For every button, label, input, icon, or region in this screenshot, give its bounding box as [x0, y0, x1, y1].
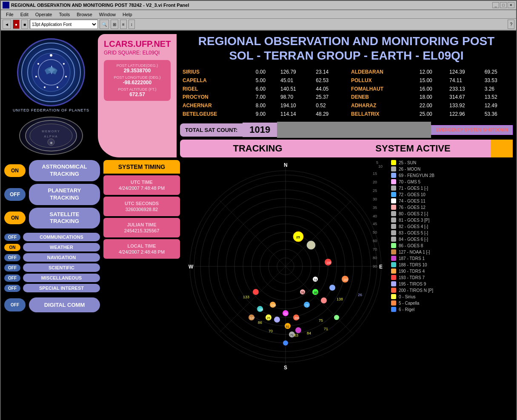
svg-text:83: 83 [294, 333, 298, 337]
svg-text:72: 72 [305, 304, 308, 307]
digital-comm-status-button[interactable]: OFF [4, 298, 26, 311]
svg-text:26: 26 [358, 293, 362, 297]
emergency-shutdown-button[interactable]: EMERGENCY SYSTEM SHUTDOWN [431, 125, 513, 135]
legend-color-81 [391, 217, 396, 223]
astronomical-tracking-row: ON ASTRONOMICALTRACKING [4, 160, 100, 181]
astronomical-status-button[interactable]: ON [4, 164, 26, 177]
julian-time-label: JULIAN TIME [108, 222, 176, 227]
toolbar-align-btn[interactable]: ≡ [120, 20, 127, 29]
planetary-tracking-button[interactable]: PLANETARYTRACKING [29, 184, 100, 205]
legend-color-0 [391, 294, 396, 299]
comm-status-2[interactable]: OFF [4, 254, 20, 261]
comm-label-5[interactable]: SPECIAL INTEREST [23, 284, 100, 292]
svg-text:200: 200 [294, 317, 300, 320]
ufp-logo: ✦ [17, 38, 85, 106]
comm-status-0[interactable]: OFF [4, 234, 20, 241]
window-title: REGIONAL OBSERVATION AND MONITORING POST… [11, 3, 492, 8]
comm-label-0[interactable]: COMMUNICATIONS [23, 233, 100, 241]
utc-seconds-label: UTC SECONDS [108, 201, 176, 206]
comm-status-5[interactable]: OFF [4, 285, 20, 292]
lat-label: POST LATITUDE(DEG.) [107, 63, 167, 68]
legend-panel: 25 - SUN 26 - MOON 69 - FENGYUN 2B 70 - … [391, 160, 513, 373]
comm-status-3[interactable]: OFF [4, 264, 20, 271]
comm-row-2: OFF NAVIGATION [4, 253, 100, 262]
legend-text-69: 69 - FENGYUN 2B [399, 173, 434, 178]
lon-value: -98.6222000 [107, 80, 167, 86]
toolbar-grid-btn[interactable]: ⊞ [111, 20, 118, 29]
maximize-button[interactable]: □ [500, 2, 507, 8]
legend-color-25 [391, 160, 396, 165]
legend-color-127 [391, 249, 396, 254]
menu-operate[interactable]: Operate [32, 12, 56, 17]
comm-label-1[interactable]: WEATHER [23, 243, 100, 251]
legend-color-86 [391, 243, 396, 248]
main-title: REGIONAL OBSERVATION AND MONITORING POST… [180, 34, 513, 63]
menu-help[interactable]: Help [119, 12, 136, 17]
legend-text-195: 195 - TIROS 9 [399, 282, 426, 286]
legend-item-76: 76 - GOES 12 [391, 205, 513, 210]
svg-text:10: 10 [378, 164, 383, 169]
svg-text:30: 30 [373, 197, 377, 201]
ufp-text: UNITED FEDERATION OF PLANETS [13, 108, 89, 112]
radar-svg: 90 80 70 60 50 45 40 35 30 25 20 [183, 160, 388, 373]
legend-text-86: 86 - GOES 8 [399, 243, 423, 248]
toolbar: ◄ ● ■ 13pt Application Font 🔍 ⊞ ≡ ↕ ? [1, 19, 516, 31]
svg-point-5 [57, 86, 58, 88]
toolbar-stop-btn[interactable]: ■ [21, 20, 28, 29]
svg-point-54 [307, 241, 315, 249]
astronomical-tracking-button[interactable]: ASTRONOMICALTRACKING [29, 160, 100, 181]
font-select[interactable]: 13pt Application Font [30, 20, 98, 29]
system-active-bar: TRACKING SYSTEM ACTIVE [180, 140, 513, 157]
toolbar-run-btn[interactable]: ● [13, 20, 20, 29]
comm-row-5: OFF SPECIAL INTEREST [4, 284, 100, 292]
toolbar-help-btn[interactable]: ? [508, 20, 514, 29]
legend-text-76: 76 - GOES 12 [399, 205, 426, 210]
star-row-right: BELLATRIX 25.00 122.96 53.36 [348, 110, 513, 118]
satellite-tracking-button[interactable]: SATELLITETRACKING [29, 208, 100, 229]
menu-file[interactable]: File [3, 12, 17, 17]
comm-row-0: OFF COMMUNICATIONS [4, 233, 100, 241]
main-content: ✦ UNITED FEDERATION OF PLANETS MEMORY AL… [1, 31, 516, 420]
toolbar-back-btn[interactable]: ◄ [3, 20, 11, 29]
menu-browse[interactable]: Browse [73, 12, 96, 17]
svg-point-76 [321, 297, 327, 303]
svg-text:35: 35 [373, 206, 377, 210]
svg-text:86: 86 [314, 291, 317, 294]
menu-window[interactable]: Window [96, 12, 119, 17]
svg-text:60: 60 [373, 239, 377, 243]
svg-text:25: 25 [373, 189, 377, 193]
julian-time-value: 2454215.325567 [108, 228, 176, 233]
legend-item-71: 71 - GOES 1 [-] [391, 186, 513, 191]
star-row-left: BETELGEUSE 9.00 114.14 48.29 [180, 110, 344, 118]
star-row-right: ADHARAZ 22.00 133.92 12.49 [348, 101, 513, 110]
title-buttons: _ □ ✕ [492, 2, 514, 8]
legend-item-80: 80 - GOES 2 [-] [391, 211, 513, 216]
menu-tools[interactable]: Tools [55, 12, 73, 17]
satellite-status-button[interactable]: ON [4, 211, 26, 224]
comm-label-3[interactable]: SCIENTIFIC [23, 263, 100, 272]
legend-item-6: 6 - Rigel [391, 307, 513, 312]
svg-text:193: 193 [326, 261, 331, 264]
svg-text:70: 70 [373, 247, 377, 251]
comm-label-2[interactable]: NAVIGATION [23, 253, 100, 262]
menu-edit[interactable]: Edit [17, 12, 32, 17]
legend-text-74: 74 - GOES 11 [399, 199, 426, 203]
comm-status-4[interactable]: OFF [4, 274, 20, 282]
minimize-button[interactable]: _ [492, 2, 499, 8]
comm-status-1[interactable]: ON [4, 244, 20, 251]
legend-text-188: 188 - TDRS 10 [399, 263, 427, 267]
star-row-left: ACHERNAR 8.00 194.10 0.52 [180, 101, 344, 110]
legend-item-72: 72 - GOES 10 [391, 192, 513, 197]
legend-color-72 [391, 192, 396, 197]
toolbar-zoom-btn[interactable]: 🔍 [100, 20, 109, 29]
digital-comm-button[interactable]: DIGITAL COMM [29, 297, 100, 312]
planetary-status-button[interactable]: OFF [4, 188, 26, 201]
legend-text-82: 82 - GOES 4 [-] [399, 224, 428, 229]
toolbar-extra-btn[interactable]: ↕ [129, 20, 135, 29]
legend-text-70: 70 - GMS 5 [399, 180, 420, 184]
legend-color-5 [391, 300, 396, 306]
svg-point-89 [283, 340, 288, 346]
comm-label-4[interactable]: MISCELLANEOUS [23, 274, 100, 282]
svg-text:50: 50 [373, 230, 377, 234]
close-button[interactable]: ✕ [508, 2, 514, 8]
